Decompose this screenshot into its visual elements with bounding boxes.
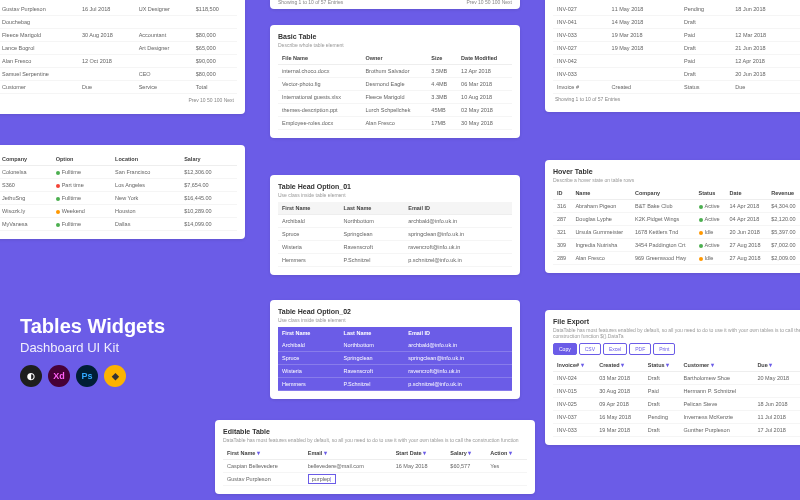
cell: Hermann P. Schnitzel: [680, 385, 754, 398]
cell: INV-033: [553, 424, 595, 437]
table-row[interactable]: Samuel SerpentineCEO$80,000: [0, 68, 237, 81]
cell: [486, 473, 527, 486]
table-row[interactable]: INV-033Draft20 Jun 2018: [553, 68, 800, 81]
export-buttons: CopyCSVExcelPDFPrint: [553, 343, 800, 355]
table-row[interactable]: Gustav Purpleson16 Jul 2018UX Designer$1…: [0, 3, 237, 16]
table-row[interactable]: Caspian Bellevederebellevedere@mail.com1…: [223, 460, 527, 473]
cell: Draft: [644, 398, 680, 411]
cell: 19 May 2018: [608, 42, 680, 55]
cell: Due: [78, 81, 135, 94]
cell: [135, 55, 192, 68]
table-row[interactable]: HemmersP.Schnitzelp.schnitzel@info.uk.in: [278, 378, 512, 391]
cell: Ravenscroft: [340, 365, 405, 378]
table-row[interactable]: HemmersP.Schnitzelp.schnitzel@info.uk.in: [278, 254, 512, 267]
table-row[interactable]: INV-03319 Mar 2018Paid12 Mar 2018: [553, 29, 800, 42]
cell: Status: [680, 81, 731, 94]
cell: Draft: [680, 68, 731, 81]
excel-button[interactable]: Excel: [603, 343, 627, 355]
table-row[interactable]: JethuSngFulltimeNew York$16,445.00: [0, 192, 237, 205]
table-row[interactable]: MyVanesaFulltimeDallas$14,099.00: [0, 218, 237, 231]
table-row[interactable]: INV-042Paid12 Apr 2018: [553, 55, 800, 68]
copy-button[interactable]: Copy: [553, 343, 577, 355]
table-row[interactable]: Fleece Marigold30 Aug 2018Accountant$80,…: [0, 29, 237, 42]
table-row[interactable]: Employee-roles.docxAlan Fresco17MB30 May…: [278, 117, 512, 130]
table-row[interactable]: Vector-photo.figDesmond Eagle4.4MB06 Mar…: [278, 78, 512, 91]
table-row[interactable]: Lance BogrolArt Designer$65,000: [0, 42, 237, 55]
cell: [78, 16, 135, 29]
col-header: Email ID: [404, 327, 512, 339]
table-row[interactable]: ArchibaldNorthbottomarchbald@info.uk.in: [278, 215, 512, 228]
col-header: Start Date ▾: [392, 447, 447, 460]
table-row[interactable]: 321Ursula Gurnmeister1678 Kettlers TndId…: [553, 226, 800, 239]
csv-button[interactable]: CSV: [579, 343, 601, 355]
table-row[interactable]: S360Part timeLos Angeles$7,654.00: [0, 179, 237, 192]
table-row[interactable]: INV-01530 Aug 2018PaidHermann P. Schnitz…: [553, 385, 800, 398]
col-header: Salary: [180, 153, 237, 166]
table-row[interactable]: Wisozk.lyWeekendHouston$10,289.00: [0, 205, 237, 218]
table-row[interactable]: International guests.xlsxFleece Marigold…: [278, 91, 512, 104]
cell: Ingredia Nutrisha: [571, 239, 631, 252]
table-row[interactable]: 287Douglas LypheK2K.Pidget WingsActive04…: [553, 213, 800, 226]
table-row[interactable]: ColonelsaFulltimeSan Francisco$12,306.00: [0, 166, 237, 179]
table-row[interactable]: Douchebag: [0, 16, 237, 29]
print-button[interactable]: Print: [653, 343, 675, 355]
card-title: Hover Table: [553, 168, 800, 175]
table-row[interactable]: INV-02403 Mar 2018DraftBartholomew Shoe2…: [553, 372, 800, 385]
table-row[interactable]: SpruceSpringcleanspringclean@info.uk.in: [278, 228, 512, 241]
cell: 30 Aug 2018: [78, 29, 135, 42]
table-row[interactable]: Invoice #CreatedStatusDue: [553, 81, 800, 94]
table-row[interactable]: Gustav Purplesonpurplep|: [223, 473, 527, 486]
cell: 16 Jul 2018: [78, 3, 135, 16]
table-row[interactable]: WisteriaRavenscroftravencroft@info.uk.in: [278, 365, 512, 378]
cell: springclean@info.uk.in: [404, 352, 512, 365]
cell: Part time: [52, 179, 111, 192]
table-row[interactable]: internal.choco.docxBrothum Salvador3.5MB…: [278, 65, 512, 78]
cell: 19 Mar 2018: [608, 29, 680, 42]
table-row[interactable]: CustomerDueServiceTotal: [0, 81, 237, 94]
cell: Draft: [680, 42, 731, 55]
card-title: Editable Table: [223, 428, 527, 435]
cell: 12 Apr 2018: [457, 65, 512, 78]
table-row[interactable]: INV-02509 Apr 2018DraftPelican Steve18 J…: [553, 398, 800, 411]
cell: ravencroft@info.uk.in: [404, 241, 512, 254]
cell: Los Angeles: [111, 179, 180, 192]
table-row[interactable]: INV-04114 May 2018Draft: [553, 16, 800, 29]
col-header: Email ▾: [304, 447, 392, 460]
cell: Hemmers: [278, 378, 340, 391]
pdf-button[interactable]: PDF: [629, 343, 651, 355]
cell: purplep|: [304, 473, 392, 486]
table-row[interactable]: SpruceSpringcleanspringclean@info.uk.in: [278, 352, 512, 365]
cell: archbald@info.uk.in: [404, 215, 512, 228]
table-row[interactable]: INV-02711 May 2018Pending18 Jun 2018: [553, 3, 800, 16]
table-row[interactable]: INV-02719 May 2018Draft21 Jun 2018: [553, 42, 800, 55]
pager[interactable]: Prev 10 50 100 Next: [0, 94, 237, 106]
table-row[interactable]: WisteriaRavenscroftravencroft@info.uk.in: [278, 241, 512, 254]
pager[interactable]: Prev 10 50 100 Next: [466, 0, 512, 5]
table-row[interactable]: ArchibaldNorthbottomarchbald@info.uk.in: [278, 339, 512, 352]
cell: Gustav Purpleson: [223, 473, 304, 486]
cell: Total: [192, 81, 237, 94]
cell: Lance Bogrol: [0, 42, 78, 55]
cell: Springclean: [340, 228, 405, 241]
card-basic: Basic Table Describe whole table element…: [270, 25, 520, 138]
cell: INV-033: [553, 29, 608, 42]
table-row[interactable]: INV-03716 May 2018PendingInverness McKen…: [553, 411, 800, 424]
card-title: File Export: [553, 318, 800, 325]
table-row[interactable]: INV-03319 Mar 2018DraftGunther Purpleson…: [553, 424, 800, 437]
table-row[interactable]: 289Alan Fresco969 Greenwood HwyIdle27 Au…: [553, 252, 800, 265]
table-row[interactable]: Alan Fresco12 Oct 2018$90,000: [0, 55, 237, 68]
cell: 14 Apr 2018: [726, 200, 768, 213]
cell: 12 Oct 2018: [78, 55, 135, 68]
cell: $10,289.00: [180, 205, 237, 218]
cell: 11 Jul 2018: [753, 411, 800, 424]
tool-icons: ◐ Xd Ps ◆: [20, 365, 165, 387]
table-row[interactable]: 309Ingredia Nutrisha3454 Paddington CrtA…: [553, 239, 800, 252]
cell: Fulltime: [52, 192, 111, 205]
cell: Fulltime: [52, 218, 111, 231]
table-row[interactable]: 316Abraham PigeonB&T Bake ClubActive14 A…: [553, 200, 800, 213]
col-header: Company: [631, 187, 695, 200]
table: First NameLast NameEmail IDArchibaldNort…: [278, 202, 512, 267]
cell: Springclean: [340, 352, 405, 365]
showing: Showing 1 to 10 of 57 Entries: [278, 0, 343, 5]
table-row[interactable]: themes-description.pptLurch Schpellchek4…: [278, 104, 512, 117]
